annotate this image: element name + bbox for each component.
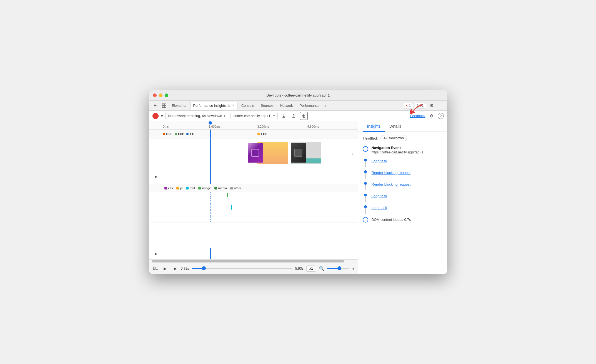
tl-dot-5 bbox=[364, 205, 367, 208]
tl-dot-3 bbox=[364, 182, 367, 185]
tab-performance-insights[interactable]: Performance insights ⚠ ✕ bbox=[190, 102, 237, 110]
throttle-dropdown[interactable]: No network throttling, 4× slowdown ▾ bbox=[165, 113, 228, 119]
long-task-link-1[interactable]: Long task bbox=[372, 159, 387, 163]
delete-icon[interactable]: 🗑 bbox=[300, 112, 308, 120]
tab-sources[interactable]: Sources bbox=[258, 102, 276, 110]
dom-content-label: DOM content loaded 0.7s bbox=[372, 218, 411, 222]
timeline-scrubber[interactable] bbox=[192, 268, 292, 269]
tab-insights[interactable]: Insights bbox=[363, 121, 385, 132]
screenshots-row: › bbox=[149, 138, 358, 169]
screenshot-thumb-icon bbox=[251, 149, 259, 157]
render-blocking-link-2[interactable]: Render blocking request bbox=[372, 182, 411, 186]
tl-item-4: Long task bbox=[363, 194, 443, 202]
nav-event: Navigation Event https://coffee-cart.net… bbox=[363, 146, 443, 154]
export-icon[interactable] bbox=[280, 112, 288, 120]
gear-icon[interactable]: ⚙ bbox=[428, 112, 435, 120]
horizontal-scrollbar[interactable] bbox=[149, 259, 358, 263]
scrubber-thumb[interactable] bbox=[202, 266, 206, 270]
req-bar-3 bbox=[231, 205, 232, 210]
elements-icon[interactable] bbox=[160, 102, 168, 110]
zoom-in-icon[interactable]: + bbox=[352, 266, 354, 271]
fcp-dot bbox=[175, 133, 177, 135]
tl-dot-1 bbox=[364, 159, 367, 161]
skip-to-start-icon[interactable]: ⏮ bbox=[171, 265, 178, 272]
more-tabs-button[interactable]: » bbox=[324, 104, 326, 108]
track-playhead-2 bbox=[210, 248, 211, 259]
legend-font: font bbox=[186, 186, 195, 190]
devtools-window: DevTools - coffee-cart.netlify.app/?ad=1… bbox=[149, 90, 447, 274]
svg-rect-1 bbox=[164, 104, 166, 105]
svg-rect-0 bbox=[162, 104, 164, 105]
request-rows bbox=[149, 192, 358, 248]
message-badge-button[interactable]: 💬 1 bbox=[415, 103, 426, 108]
zoom-slider[interactable] bbox=[327, 268, 349, 269]
more-options-icon[interactable]: ⋮ bbox=[437, 102, 445, 110]
settings-icon[interactable]: ⚙ bbox=[428, 102, 435, 110]
tl-dot-2 bbox=[364, 170, 367, 173]
long-task-link-3[interactable]: Long task bbox=[372, 205, 387, 210]
track-content-2 bbox=[163, 248, 358, 259]
dropdown-arrow-icon: ▾ bbox=[224, 114, 225, 117]
render-blocking-link-1[interactable]: Render blocking request bbox=[372, 170, 411, 175]
minimize-button[interactable] bbox=[159, 93, 162, 97]
tab-performance[interactable]: Performance bbox=[297, 102, 322, 110]
url-dropdown[interactable]: coffee-cart.netlify.app (1) ▾ bbox=[231, 113, 278, 119]
legend-other: other bbox=[230, 186, 241, 190]
help-icon[interactable]: ? bbox=[438, 113, 444, 119]
legend-media: media bbox=[214, 186, 227, 190]
tl-left-1 bbox=[363, 159, 368, 167]
tti-dot bbox=[186, 133, 189, 135]
error-badge-button[interactable]: ✕ 1 bbox=[403, 103, 413, 108]
tab-elements[interactable]: Elements bbox=[169, 102, 189, 110]
track-expand-1[interactable]: ▶ bbox=[149, 175, 163, 179]
track-row-2: ▶ bbox=[149, 248, 358, 259]
message-icon: 💬 bbox=[417, 104, 421, 108]
import-icon[interactable] bbox=[290, 112, 298, 120]
tab-console[interactable]: Console bbox=[239, 102, 257, 110]
legend-css: css bbox=[164, 186, 173, 190]
dcl-dot bbox=[163, 133, 165, 135]
time-ruler: 0ms 1,600ms 3,200ms 4,800ms bbox=[149, 121, 358, 130]
play-icon[interactable]: ▶ bbox=[162, 265, 169, 272]
tl-dot-4 bbox=[364, 194, 367, 196]
tl-item-5: Long task bbox=[363, 205, 443, 214]
record-button[interactable] bbox=[152, 113, 159, 119]
nav-event-title: Navigation Event bbox=[372, 146, 443, 150]
long-task-link-2[interactable]: Long task bbox=[372, 194, 387, 198]
tl-line-3 bbox=[365, 185, 366, 190]
milestones-row: DCL FCP TTI LCP bbox=[149, 130, 358, 138]
expand-icon[interactable]: › bbox=[350, 151, 356, 156]
timeline-panel: 0ms 1,600ms 3,200ms 4,800ms DCL FCP TTI … bbox=[149, 121, 358, 274]
maximize-button[interactable] bbox=[165, 93, 168, 97]
time-mark-1: 1,600ms bbox=[209, 125, 221, 128]
playhead[interactable] bbox=[209, 121, 212, 125]
zoom-out-icon[interactable]: 🔍 bbox=[319, 266, 324, 271]
dashed-line-4 bbox=[210, 210, 211, 216]
insights-body: Throttled: 4× slowdown Navigation Event … bbox=[358, 132, 447, 274]
req-row-3 bbox=[149, 204, 358, 210]
tab-network[interactable]: Network bbox=[277, 102, 296, 110]
css-legend-dot bbox=[164, 187, 167, 189]
dashed-line-1 bbox=[210, 192, 211, 198]
track-expand-2[interactable]: ▶ bbox=[149, 252, 163, 256]
feedback-link[interactable]: Feedback bbox=[410, 114, 425, 118]
window-title: DevTools - coffee-cart.netlify.app/?ad=1 bbox=[266, 93, 330, 97]
dashed-line-5 bbox=[210, 216, 211, 222]
tab-close-icon[interactable]: ✕ bbox=[232, 104, 234, 107]
cursor-icon[interactable] bbox=[151, 102, 159, 110]
tab-details[interactable]: Details bbox=[385, 121, 406, 132]
screenshot-toggle-icon[interactable] bbox=[152, 265, 159, 272]
time-mark-3: 4,800ms bbox=[307, 125, 319, 128]
close-button[interactable] bbox=[153, 93, 157, 97]
req-row-5 bbox=[149, 216, 358, 223]
zoom-thumb[interactable] bbox=[337, 266, 341, 270]
scrollbar-thumb[interactable] bbox=[152, 260, 344, 262]
nav-event-url: https://coffee-cart.netlify.app/?ad=1 bbox=[372, 150, 443, 154]
legend-row: css js font image media bbox=[149, 184, 358, 192]
dashed-line-2 bbox=[210, 198, 211, 204]
record-arrow-icon[interactable]: ▾ bbox=[161, 113, 163, 118]
tab-bar: Elements Performance insights ⚠ ✕ Consol… bbox=[149, 101, 447, 111]
track-playhead-1 bbox=[210, 169, 211, 184]
image-legend-dot bbox=[198, 187, 201, 189]
nav-event-info: Navigation Event https://coffee-cart.net… bbox=[372, 146, 443, 154]
